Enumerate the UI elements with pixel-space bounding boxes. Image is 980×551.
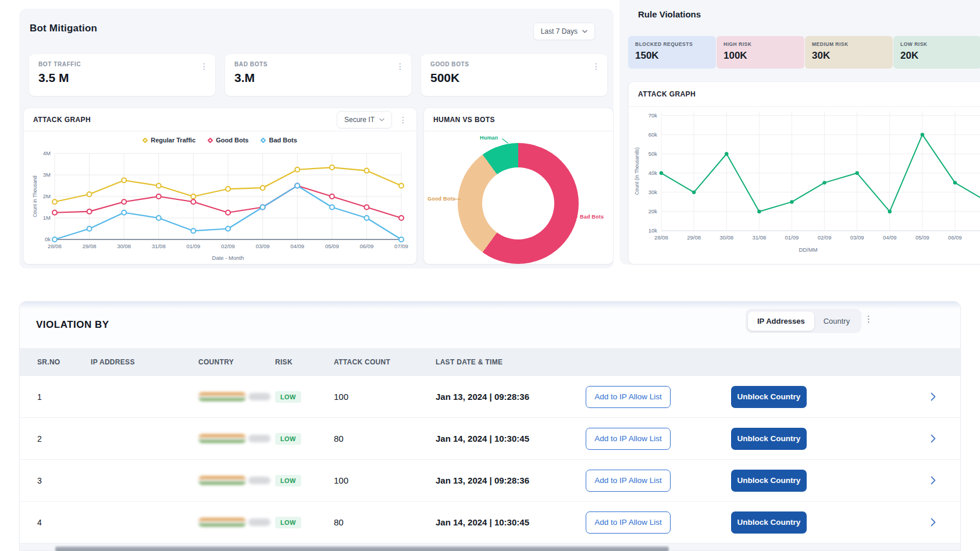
attack-graph-legend: Regular TrafficGood BotsBad Bots <box>24 133 416 148</box>
stat-card-label: GOOD BOTS <box>430 61 598 67</box>
country-flag-redacted <box>198 392 246 401</box>
kebab-menu-icon[interactable]: ⋮ <box>592 62 600 70</box>
svg-text:30/08: 30/08 <box>719 234 733 241</box>
cell-unblock-action: Unblock Country <box>731 428 874 450</box>
table-row: 2LOW80Jan 14, 2024 | 10:30:45Add to IP A… <box>20 418 960 460</box>
svg-text:3M: 3M <box>42 171 50 178</box>
donut-connector-line <box>571 217 578 217</box>
cell-country <box>198 476 275 485</box>
unblock-country-button[interactable]: Unblock Country <box>731 511 807 534</box>
rule-violations-stat-card: MEDIUM RISK30K <box>805 36 893 69</box>
rv-stat-value: 100K <box>724 50 797 62</box>
country-name-redacted <box>248 518 270 526</box>
cell-risk: LOW <box>275 475 334 486</box>
legend-item[interactable]: Good Bots <box>208 137 248 144</box>
cell-attack-count: 80 <box>334 434 436 443</box>
add-to-ip-allow-list-button[interactable]: Add to IP Allow List <box>586 428 671 450</box>
svg-text:04/09: 04/09 <box>883 234 897 241</box>
country-name-redacted <box>248 435 270 442</box>
human-vs-bots-header: HUMAN VS BOTS <box>424 108 613 131</box>
rule-violations-stat-cards: BLOCKED REQUESTS150KHIGH RISK100KMEDIUM … <box>628 36 980 69</box>
svg-text:30k: 30k <box>648 189 658 195</box>
country-name-redacted <box>248 393 270 400</box>
chevron-right-icon[interactable] <box>931 476 936 485</box>
bot-mitigation-panel: Bot Mitigation Last 7 Days BOT TRAFFIC⋮3… <box>19 9 614 269</box>
add-to-ip-allow-list-button[interactable]: Add to IP Allow List <box>586 470 671 492</box>
rv-stat-value: 30K <box>812 50 886 62</box>
col-risk: RISK <box>275 358 334 366</box>
cell-attack-count: 100 <box>334 392 436 402</box>
toggle-country[interactable]: Country <box>814 312 860 331</box>
table-row: 3LOW100Jan 13, 2024 | 09:28:36Add to IP … <box>20 460 960 502</box>
violation-by-title: VIOLATION BY <box>36 319 109 331</box>
add-to-ip-allow-list-button[interactable]: Add to IP Allow List <box>586 511 671 534</box>
cell-sr-no: 4 <box>37 518 91 527</box>
stat-card-value: 500K <box>430 71 598 85</box>
unblock-country-button[interactable]: Unblock Country <box>731 470 807 492</box>
cell-last-date-time: Jan 13, 2024 | 09:28:36 <box>436 392 586 402</box>
cell-risk: LOW <box>275 391 334 403</box>
cell-unblock-action: Unblock Country <box>731 511 874 534</box>
svg-text:Date - Month: Date - Month <box>212 255 244 261</box>
svg-text:04/09: 04/09 <box>290 243 304 249</box>
rv-stat-label: HIGH RISK <box>724 41 797 47</box>
human-vs-bots-donut-chart <box>458 143 579 264</box>
chevron-right-icon[interactable] <box>931 518 936 527</box>
bot-mitigation-charts-row: ATTACK GRAPH Secure IT ⋮ Regular Traffic… <box>23 108 614 264</box>
legend-item[interactable]: Regular Traffic <box>143 137 195 144</box>
cell-last-date-time: Jan 14, 2024 | 10:30:45 <box>436 434 586 443</box>
rule-violations-attack-graph-title: ATTACK GRAPH <box>629 82 980 107</box>
secure-it-dropdown[interactable]: Secure IT <box>337 111 392 128</box>
unblock-country-button[interactable]: Unblock Country <box>731 386 807 408</box>
attack-graph-title: ATTACK GRAPH <box>33 116 91 124</box>
svg-text:Count (in Thousands): Count (in Thousands) <box>634 148 640 195</box>
chevron-right-icon[interactable] <box>931 434 936 443</box>
toggle-ip-addresses[interactable]: IP Addresses <box>748 312 814 331</box>
chevron-right-icon[interactable] <box>931 392 936 401</box>
stat-card-label: BAD BOTS <box>234 61 402 67</box>
clipped-row-blur <box>55 546 669 551</box>
attack-graph-header: ATTACK GRAPH Secure IT ⋮ <box>24 108 416 131</box>
kebab-menu-icon[interactable]: ⋮ <box>200 62 208 70</box>
date-range-dropdown[interactable]: Last 7 Days <box>533 23 595 40</box>
human-vs-bots-card: HUMAN VS BOTS Human Good Bots Bad Bots <box>423 108 614 264</box>
kebab-menu-icon[interactable]: ⋮ <box>864 314 953 323</box>
table-row: 1LOW100Jan 13, 2024 | 09:28:36Add to IP … <box>20 376 960 418</box>
risk-badge: LOW <box>275 475 301 486</box>
svg-text:40k: 40k <box>648 170 658 176</box>
cell-allow-action: Add to IP Allow List <box>586 470 731 492</box>
svg-text:1M: 1M <box>42 214 50 221</box>
donut-label-human: Human <box>480 135 498 141</box>
kebab-menu-icon[interactable]: ⋮ <box>399 116 407 124</box>
rule-violations-attack-graph-card: ATTACK GRAPH 10k20k30k40k50k60k70k28/082… <box>628 81 980 264</box>
svg-text:31/08: 31/08 <box>752 234 766 241</box>
cell-sr-no: 1 <box>37 392 91 402</box>
svg-text:29/08: 29/08 <box>687 234 701 241</box>
cell-country <box>198 518 275 527</box>
cell-country <box>198 392 275 401</box>
svg-text:01/09: 01/09 <box>785 234 799 241</box>
rule-violations-stat-card: BLOCKED REQUESTS150K <box>628 36 716 69</box>
unblock-country-button[interactable]: Unblock Country <box>731 428 807 450</box>
violation-by-card: VIOLATION BY IP Addresses Country ⋮ SR.N… <box>19 301 961 551</box>
svg-text:31/08: 31/08 <box>151 243 165 249</box>
risk-badge: LOW <box>275 517 301 528</box>
svg-text:06/09: 06/09 <box>948 234 962 241</box>
col-sr-no: SR.NO <box>37 358 91 366</box>
stat-card: GOOD BOTS⋮500K <box>421 54 607 96</box>
svg-text:0k: 0k <box>44 236 50 242</box>
stat-card-label: BOT TRAFFIC <box>38 61 206 67</box>
table-header-row: SR.NO IP ADDRESS COUNTRY RISK ATTACK COU… <box>20 348 960 376</box>
stat-card: BAD BOTS⋮3.M <box>225 54 411 96</box>
add-to-ip-allow-list-button[interactable]: Add to IP Allow List <box>586 386 671 408</box>
svg-text:05/09: 05/09 <box>915 234 929 241</box>
kebab-menu-icon[interactable]: ⋮ <box>396 62 404 70</box>
donut-connector-line <box>502 138 508 144</box>
donut-connector-line <box>454 199 461 199</box>
cell-allow-action: Add to IP Allow List <box>586 428 731 450</box>
legend-item[interactable]: Bad Bots <box>261 137 297 144</box>
risk-badge: LOW <box>275 433 301 445</box>
cell-country <box>198 434 275 443</box>
legend-label: Regular Traffic <box>151 137 195 144</box>
rv-stat-value: 20K <box>900 50 974 62</box>
